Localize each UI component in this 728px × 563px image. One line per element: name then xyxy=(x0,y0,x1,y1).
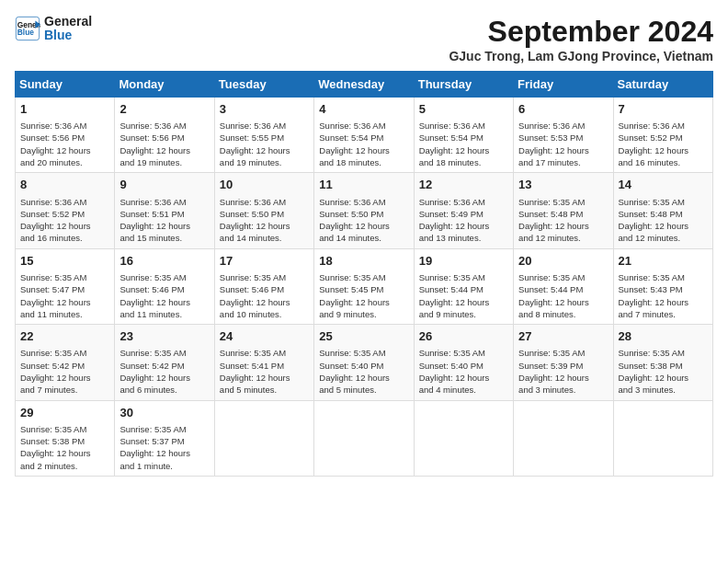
day-cell: 21Sunrise: 5:35 AM Sunset: 5:43 PM Dayli… xyxy=(613,248,712,324)
day-number: 26 xyxy=(419,328,508,345)
day-info: Sunrise: 5:35 AM Sunset: 5:40 PM Dayligh… xyxy=(319,347,408,396)
day-cell: 8Sunrise: 5:36 AM Sunset: 5:52 PM Daylig… xyxy=(16,173,115,248)
day-cell: 17Sunrise: 5:35 AM Sunset: 5:46 PM Dayli… xyxy=(214,248,313,324)
day-info: Sunrise: 5:35 AM Sunset: 5:37 PM Dayligh… xyxy=(119,423,209,472)
day-info: Sunrise: 5:35 AM Sunset: 5:38 PM Dayligh… xyxy=(619,347,708,396)
day-number: 18 xyxy=(319,253,408,270)
week-row-5: 29Sunrise: 5:35 AM Sunset: 5:38 PM Dayli… xyxy=(16,400,713,476)
day-info: Sunrise: 5:36 AM Sunset: 5:56 PM Dayligh… xyxy=(20,120,109,168)
day-number: 13 xyxy=(518,177,608,193)
day-number: 22 xyxy=(20,328,109,345)
day-number: 28 xyxy=(619,328,708,345)
logo-blue: Blue xyxy=(44,29,92,42)
day-info: Sunrise: 5:36 AM Sunset: 5:54 PM Dayligh… xyxy=(319,120,408,168)
day-info: Sunrise: 5:35 AM Sunset: 5:48 PM Dayligh… xyxy=(619,196,708,245)
column-headers: SundayMondayTuesdayWednesdayThursdayFrid… xyxy=(16,72,713,98)
day-number: 17 xyxy=(220,253,309,270)
day-info: Sunrise: 5:36 AM Sunset: 5:54 PM Dayligh… xyxy=(419,120,508,168)
day-info: Sunrise: 5:36 AM Sunset: 5:50 PM Dayligh… xyxy=(220,196,309,245)
day-number: 1 xyxy=(20,101,109,118)
day-cell: 15Sunrise: 5:35 AM Sunset: 5:47 PM Dayli… xyxy=(16,248,115,324)
day-number: 25 xyxy=(319,328,408,345)
day-cell: 2Sunrise: 5:36 AM Sunset: 5:56 PM Daylig… xyxy=(115,98,214,173)
week-row-3: 15Sunrise: 5:35 AM Sunset: 5:47 PM Dayli… xyxy=(16,248,713,324)
day-info: Sunrise: 5:35 AM Sunset: 5:38 PM Dayligh… xyxy=(20,423,109,472)
day-cell: 20Sunrise: 5:35 AM Sunset: 5:44 PM Dayli… xyxy=(514,248,613,324)
day-number: 15 xyxy=(20,253,109,270)
col-header-wednesday: Wednesday xyxy=(314,72,414,98)
day-info: Sunrise: 5:35 AM Sunset: 5:46 PM Dayligh… xyxy=(119,271,209,320)
day-cell: 26Sunrise: 5:35 AM Sunset: 5:40 PM Dayli… xyxy=(414,325,513,400)
day-cell: 30Sunrise: 5:35 AM Sunset: 5:37 PM Dayli… xyxy=(115,400,214,476)
day-cell: 9Sunrise: 5:36 AM Sunset: 5:51 PM Daylig… xyxy=(115,173,214,248)
day-cell: 13Sunrise: 5:35 AM Sunset: 5:48 PM Dayli… xyxy=(514,173,613,248)
day-info: Sunrise: 5:36 AM Sunset: 5:52 PM Dayligh… xyxy=(20,196,109,245)
day-cell xyxy=(414,400,513,476)
day-info: Sunrise: 5:35 AM Sunset: 5:42 PM Dayligh… xyxy=(119,347,209,396)
col-header-thursday: Thursday xyxy=(414,72,513,98)
day-info: Sunrise: 5:35 AM Sunset: 5:44 PM Dayligh… xyxy=(419,271,508,320)
day-cell xyxy=(214,400,313,476)
day-number: 27 xyxy=(518,328,608,345)
day-number: 2 xyxy=(119,101,209,118)
day-cell: 27Sunrise: 5:35 AM Sunset: 5:39 PM Dayli… xyxy=(514,325,613,400)
day-cell: 4Sunrise: 5:36 AM Sunset: 5:54 PM Daylig… xyxy=(314,98,414,173)
day-number: 23 xyxy=(119,328,209,345)
col-header-tuesday: Tuesday xyxy=(214,72,313,98)
day-cell: 22Sunrise: 5:35 AM Sunset: 5:42 PM Dayli… xyxy=(16,325,115,400)
day-cell: 5Sunrise: 5:36 AM Sunset: 5:54 PM Daylig… xyxy=(414,98,513,173)
day-cell: 18Sunrise: 5:35 AM Sunset: 5:45 PM Dayli… xyxy=(314,248,414,324)
day-cell: 12Sunrise: 5:36 AM Sunset: 5:49 PM Dayli… xyxy=(414,173,513,248)
day-info: Sunrise: 5:35 AM Sunset: 5:40 PM Dayligh… xyxy=(419,347,508,396)
day-cell: 11Sunrise: 5:36 AM Sunset: 5:50 PM Dayli… xyxy=(314,173,414,248)
day-cell: 6Sunrise: 5:36 AM Sunset: 5:53 PM Daylig… xyxy=(514,98,613,173)
title-area: September 2024 GJuc Trong, Lam GJong Pro… xyxy=(449,15,713,63)
day-info: Sunrise: 5:35 AM Sunset: 5:42 PM Dayligh… xyxy=(20,347,109,396)
day-cell xyxy=(314,400,414,476)
day-info: Sunrise: 5:36 AM Sunset: 5:50 PM Dayligh… xyxy=(319,196,408,245)
day-cell: 7Sunrise: 5:36 AM Sunset: 5:52 PM Daylig… xyxy=(613,98,712,173)
day-cell: 28Sunrise: 5:35 AM Sunset: 5:38 PM Dayli… xyxy=(613,325,712,400)
day-number: 24 xyxy=(220,328,309,345)
day-info: Sunrise: 5:36 AM Sunset: 5:52 PM Dayligh… xyxy=(619,120,708,168)
week-row-2: 8Sunrise: 5:36 AM Sunset: 5:52 PM Daylig… xyxy=(16,173,713,248)
day-number: 20 xyxy=(518,253,608,270)
month-title: September 2024 xyxy=(449,15,713,49)
day-number: 7 xyxy=(619,101,708,118)
day-number: 11 xyxy=(319,177,408,193)
day-info: Sunrise: 5:36 AM Sunset: 5:49 PM Dayligh… xyxy=(419,196,508,245)
day-number: 10 xyxy=(220,177,309,193)
week-row-1: 1Sunrise: 5:36 AM Sunset: 5:56 PM Daylig… xyxy=(16,98,713,173)
day-info: Sunrise: 5:35 AM Sunset: 5:45 PM Dayligh… xyxy=(319,271,408,320)
day-number: 8 xyxy=(20,177,109,193)
week-row-4: 22Sunrise: 5:35 AM Sunset: 5:42 PM Dayli… xyxy=(16,325,713,400)
col-header-friday: Friday xyxy=(514,72,613,98)
day-number: 16 xyxy=(119,253,209,270)
day-cell xyxy=(613,400,712,476)
day-cell xyxy=(514,400,613,476)
day-number: 5 xyxy=(419,101,508,118)
day-cell: 14Sunrise: 5:35 AM Sunset: 5:48 PM Dayli… xyxy=(613,173,712,248)
calendar-table: SundayMondayTuesdayWednesdayThursdayFrid… xyxy=(15,71,713,477)
day-number: 4 xyxy=(319,101,408,118)
day-info: Sunrise: 5:36 AM Sunset: 5:53 PM Dayligh… xyxy=(518,120,608,168)
day-cell: 16Sunrise: 5:35 AM Sunset: 5:46 PM Dayli… xyxy=(115,248,214,324)
col-header-sunday: Sunday xyxy=(16,72,115,98)
day-info: Sunrise: 5:36 AM Sunset: 5:56 PM Dayligh… xyxy=(119,120,209,168)
day-cell: 24Sunrise: 5:35 AM Sunset: 5:41 PM Dayli… xyxy=(214,325,313,400)
day-cell: 1Sunrise: 5:36 AM Sunset: 5:56 PM Daylig… xyxy=(16,98,115,173)
col-header-saturday: Saturday xyxy=(613,72,712,98)
day-cell: 3Sunrise: 5:36 AM Sunset: 5:55 PM Daylig… xyxy=(214,98,313,173)
logo-general: General xyxy=(44,15,92,29)
day-info: Sunrise: 5:35 AM Sunset: 5:41 PM Dayligh… xyxy=(220,347,309,396)
day-cell: 19Sunrise: 5:35 AM Sunset: 5:44 PM Dayli… xyxy=(414,248,513,324)
day-info: Sunrise: 5:35 AM Sunset: 5:39 PM Dayligh… xyxy=(518,347,608,396)
day-info: Sunrise: 5:35 AM Sunset: 5:43 PM Dayligh… xyxy=(619,271,708,320)
day-cell: 10Sunrise: 5:36 AM Sunset: 5:50 PM Dayli… xyxy=(214,173,313,248)
location-subtitle: GJuc Trong, Lam GJong Province, Vietnam xyxy=(449,49,713,63)
logo-icon: General Blue xyxy=(15,16,40,41)
header: General Blue General Blue September 2024… xyxy=(15,15,713,63)
day-cell: 23Sunrise: 5:35 AM Sunset: 5:42 PM Dayli… xyxy=(115,325,214,400)
col-header-monday: Monday xyxy=(115,72,214,98)
day-number: 19 xyxy=(419,253,508,270)
